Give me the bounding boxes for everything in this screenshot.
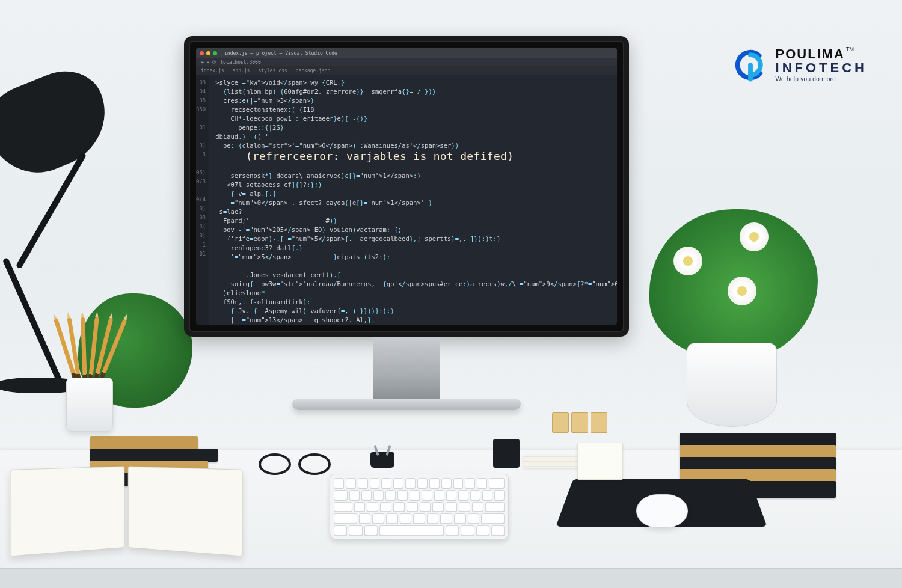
logo-word-1: POULIMA [776, 46, 845, 61]
keyboard [330, 474, 509, 540]
trademark-symbol: TM [846, 46, 854, 52]
sticky-note [577, 443, 623, 480]
tab: index.js [201, 68, 224, 73]
plant-pot [687, 343, 777, 427]
tab: styles.css [258, 68, 287, 73]
pencil-cup [66, 378, 113, 432]
brand-logo: POULIMATM INFOTECH We help you do more [734, 47, 867, 83]
address-bar: ⬅ ➡ ⟳ localhost:3000 [196, 58, 617, 66]
window-titlebar: index.js — project — Visual Studio Code [196, 48, 617, 58]
code-area: >slyce ="kw">void</span> wy {CRL,} {list… [209, 75, 617, 325]
line-number-gutter: 030435350013)305)0/30(40)033(0)101 [196, 75, 209, 325]
open-book [12, 468, 241, 552]
editor-tabs: index.js app.js styles.css package.json [196, 66, 617, 75]
logo-tagline: We help you do more [776, 76, 867, 83]
minimize-icon [206, 51, 210, 55]
flower-icon [740, 222, 769, 251]
monitor: index.js — project — Visual Studio Code … [184, 36, 629, 463]
pen-holder [493, 439, 520, 468]
flower-icon [673, 247, 702, 275]
maximize-icon [213, 51, 217, 55]
mouse [636, 494, 688, 528]
logo-word-2: INFOTECH [776, 61, 867, 75]
tab: package.json [296, 68, 331, 73]
url-display: localhost:3000 [220, 60, 260, 65]
code-editor-screen: index.js — project — Visual Studio Code … [196, 48, 617, 325]
window-title: index.js — project — Visual Studio Code [224, 51, 337, 56]
flower-icon [728, 277, 756, 305]
logo-mark-icon [734, 48, 767, 82]
pencils [60, 335, 120, 384]
tab: app.js [233, 68, 250, 73]
glasses-icon [259, 450, 331, 474]
wood-blocks [552, 412, 607, 433]
close-icon [200, 51, 204, 55]
binder-clip-icon [370, 452, 394, 468]
